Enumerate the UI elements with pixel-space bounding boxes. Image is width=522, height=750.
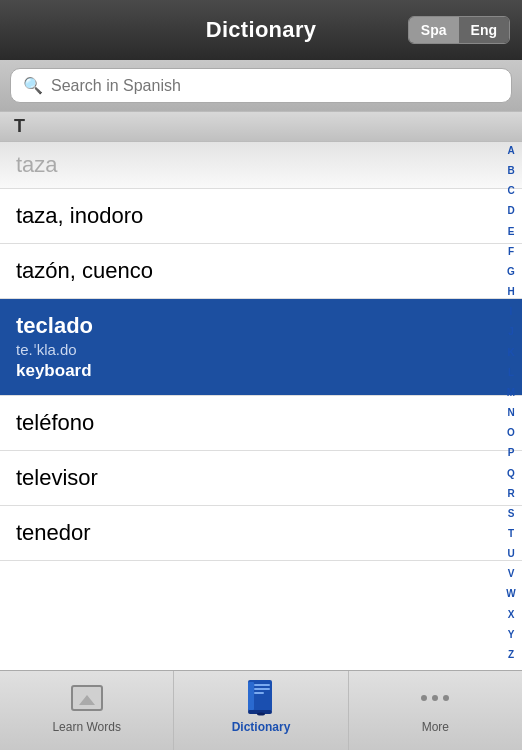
alpha-I[interactable]: I xyxy=(510,307,513,317)
tab-learn-words-label: Learn Words xyxy=(52,720,120,734)
phonetic-text: te.ˈkla.do xyxy=(16,341,482,359)
alpha-B[interactable]: B xyxy=(507,166,514,176)
alpha-N[interactable]: N xyxy=(507,408,514,418)
tab-dictionary[interactable]: Dictionary xyxy=(174,671,348,750)
list-item[interactable]: tenedor xyxy=(0,506,522,561)
list-item[interactable]: televisor xyxy=(0,451,522,506)
alpha-P[interactable]: P xyxy=(508,448,515,458)
tab-learn-words[interactable]: Learn Words xyxy=(0,671,174,750)
dot-1 xyxy=(421,695,427,701)
word-text: tazón, cuenco xyxy=(16,258,153,283)
alpha-G[interactable]: G xyxy=(507,267,515,277)
header-title: Dictionary xyxy=(206,17,317,43)
svg-point-6 xyxy=(257,712,265,715)
alpha-Z[interactable]: Z xyxy=(508,650,514,660)
tab-bar: Learn Words Dictionary More xyxy=(0,670,522,750)
lang-spa-button[interactable]: Spa xyxy=(409,17,459,43)
svg-rect-4 xyxy=(254,692,264,694)
alpha-F[interactable]: F xyxy=(508,247,514,257)
alpha-K[interactable]: K xyxy=(507,348,514,358)
alpha-V[interactable]: V xyxy=(508,569,515,579)
section-header: T xyxy=(0,111,522,142)
translation-text: keyboard xyxy=(16,361,482,381)
list-item[interactable]: teléfono xyxy=(0,396,522,451)
more-icon xyxy=(417,680,453,716)
word-text: taza, inodoro xyxy=(16,203,143,228)
lang-eng-button[interactable]: Eng xyxy=(459,17,509,43)
image-icon xyxy=(71,685,103,711)
alpha-M[interactable]: M xyxy=(507,388,515,398)
alpha-E[interactable]: E xyxy=(508,227,515,237)
partial-list-item[interactable]: taza xyxy=(0,142,522,189)
alpha-L[interactable]: L xyxy=(508,368,514,378)
alpha-W[interactable]: W xyxy=(506,589,515,599)
dots-icon xyxy=(421,695,449,701)
search-icon: 🔍 xyxy=(23,76,43,95)
word-text: televisor xyxy=(16,465,98,490)
alpha-Q[interactable]: Q xyxy=(507,469,515,479)
list-area: taza taza, inodoro tazón, cuenco teclado… xyxy=(0,142,522,664)
learn-words-icon xyxy=(69,680,105,716)
tab-more-label: More xyxy=(422,720,449,734)
partial-word: taza xyxy=(16,152,58,177)
alpha-X[interactable]: X xyxy=(508,610,515,620)
dot-2 xyxy=(432,695,438,701)
dictionary-icon xyxy=(243,680,279,716)
search-input[interactable] xyxy=(51,77,499,95)
lang-toggle[interactable]: Spa Eng xyxy=(408,16,510,44)
word-text: teclado xyxy=(16,313,482,339)
alpha-C[interactable]: C xyxy=(507,186,514,196)
search-box: 🔍 xyxy=(10,68,512,103)
svg-rect-3 xyxy=(254,688,270,690)
alpha-D[interactable]: D xyxy=(507,206,514,216)
book-svg xyxy=(246,680,276,716)
alpha-U[interactable]: U xyxy=(507,549,514,559)
tab-dictionary-label: Dictionary xyxy=(232,720,291,734)
app-header: Dictionary Spa Eng xyxy=(0,0,522,60)
svg-rect-1 xyxy=(248,682,254,710)
word-text: teléfono xyxy=(16,410,94,435)
alpha-H[interactable]: H xyxy=(507,287,514,297)
section-letter: T xyxy=(14,116,25,136)
word-text: tenedor xyxy=(16,520,91,545)
alphabet-index: A B C D E F G H I J K L M N O P Q R S T … xyxy=(500,142,522,664)
alpha-S[interactable]: S xyxy=(508,509,515,519)
selected-list-item[interactable]: teclado te.ˈkla.do keyboard xyxy=(0,299,522,396)
svg-rect-2 xyxy=(254,684,270,686)
alpha-A[interactable]: A xyxy=(507,146,514,156)
alpha-J[interactable]: J xyxy=(508,327,514,337)
tab-more[interactable]: More xyxy=(349,671,522,750)
alpha-Y[interactable]: Y xyxy=(508,630,515,640)
list-item[interactable]: tazón, cuenco xyxy=(0,244,522,299)
alpha-R[interactable]: R xyxy=(507,489,514,499)
alpha-O[interactable]: O xyxy=(507,428,515,438)
dot-3 xyxy=(443,695,449,701)
list-item[interactable]: taza, inodoro xyxy=(0,189,522,244)
search-container: 🔍 xyxy=(0,60,522,111)
alpha-T[interactable]: T xyxy=(508,529,514,539)
